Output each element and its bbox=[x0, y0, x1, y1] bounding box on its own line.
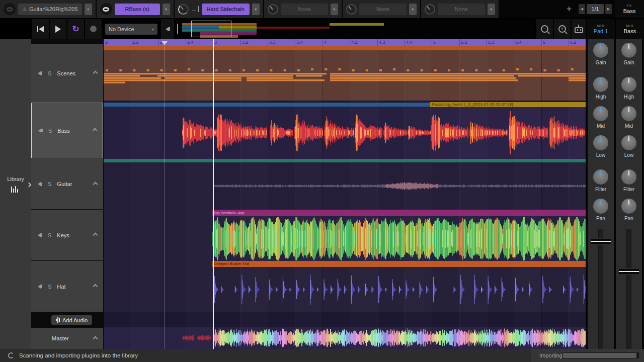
gain-knob[interactable] bbox=[593, 43, 608, 58]
bass-recording-clip-header[interactable]: Recording_Audio 1_3_[2021-07-05-21-37-28… bbox=[430, 102, 586, 107]
high-knob[interactable] bbox=[621, 77, 636, 92]
metronome-speaker-button[interactable] bbox=[161, 19, 174, 39]
solo-button[interactable]: S bbox=[48, 70, 51, 76]
filter-knob[interactable] bbox=[593, 169, 608, 185]
plugin-dropdown-caret[interactable]: ▾ bbox=[163, 4, 170, 15]
bypass-toggle-icon[interactable] bbox=[4, 3, 16, 15]
hat-clip-header[interactable]: Delayed Braker Hat bbox=[212, 261, 586, 267]
mid-knob[interactable] bbox=[593, 106, 608, 121]
sidechain-select[interactable]: Hard Sidechain bbox=[202, 4, 250, 15]
bass-clip-header[interactable] bbox=[104, 103, 430, 107]
skip-to-start-button[interactable] bbox=[32, 19, 49, 39]
import-progress-panel: Importing bbox=[531, 349, 644, 362]
fader-handle[interactable] bbox=[619, 268, 639, 275]
overview-bar bbox=[330, 23, 384, 26]
mute-icon[interactable] bbox=[38, 71, 42, 75]
volume-fader[interactable] bbox=[626, 229, 631, 349]
mute-icon[interactable] bbox=[38, 182, 42, 186]
ruler-tick bbox=[541, 39, 542, 46]
plugin-dropdown-caret[interactable]: ▾ bbox=[85, 4, 92, 15]
ruler-tick bbox=[487, 39, 487, 46]
send-knob[interactable] bbox=[425, 4, 435, 15]
send-dropdown-caret[interactable]: ▾ bbox=[488, 4, 495, 15]
importing-label: Importing bbox=[539, 349, 562, 362]
keys-waveform[interactable] bbox=[212, 216, 586, 261]
track-header-master[interactable]: Master bbox=[31, 328, 103, 349]
library-label: Library bbox=[0, 176, 31, 182]
track-header-guitar[interactable]: S Guitar bbox=[31, 159, 103, 209]
zoom-in-button[interactable]: + bbox=[554, 19, 571, 39]
collapse-chevron-icon[interactable] bbox=[93, 284, 98, 289]
assistant-button[interactable] bbox=[572, 19, 586, 39]
volume-slider[interactable] bbox=[177, 24, 178, 34]
solo-button[interactable]: S bbox=[48, 232, 51, 238]
scenes-midi-pattern[interactable] bbox=[104, 50, 586, 101]
audio-device-select[interactable]: No Device ▾ bbox=[105, 24, 157, 35]
send-select-2[interactable]: None bbox=[359, 4, 407, 15]
play-button[interactable] bbox=[50, 19, 66, 39]
fader-handle[interactable] bbox=[591, 238, 611, 245]
send-dropdown-caret[interactable]: ▾ bbox=[331, 4, 338, 15]
collapse-chevron-icon[interactable] bbox=[93, 71, 98, 76]
sidechain-dropdown-caret[interactable]: ▾ bbox=[252, 4, 260, 15]
gain-knob[interactable] bbox=[621, 43, 636, 58]
mute-icon[interactable] bbox=[38, 129, 43, 133]
plugin-select-2[interactable]: RBass (s) bbox=[115, 4, 160, 15]
solo-button[interactable]: S bbox=[48, 128, 52, 134]
track-name: Master bbox=[52, 335, 69, 341]
mid-knob[interactable] bbox=[621, 106, 636, 121]
guitar-clip-header[interactable] bbox=[104, 159, 586, 162]
track-header-scenes[interactable]: S Scenes bbox=[31, 44, 103, 102]
overview-viewport[interactable] bbox=[191, 21, 231, 37]
hat-waveform[interactable] bbox=[212, 267, 586, 312]
low-knob[interactable] bbox=[621, 135, 636, 150]
filter-knob[interactable] bbox=[621, 169, 636, 185]
bypass-toggle-icon[interactable] bbox=[100, 3, 112, 15]
pan-knob[interactable] bbox=[593, 199, 608, 214]
collapse-chevron-icon[interactable] bbox=[93, 128, 98, 133]
library-sidebar[interactable]: Library bbox=[0, 39, 31, 349]
mix-tab-pad1[interactable]: MIX Pad 1 bbox=[587, 19, 615, 39]
mute-icon[interactable] bbox=[38, 233, 42, 237]
solo-button[interactable]: S bbox=[48, 181, 51, 187]
arrangement-overview[interactable] bbox=[181, 19, 535, 39]
timeline-ruler[interactable]: 22.22.32.433.23.33.444.24.34.455.25.35.4… bbox=[104, 39, 586, 46]
track-header-bass[interactable]: S Bass bbox=[31, 103, 103, 158]
send-knob[interactable] bbox=[346, 4, 357, 15]
add-fx-button[interactable]: + bbox=[562, 0, 576, 18]
ruler-label: 5.2 bbox=[461, 40, 467, 45]
guitar-waveform[interactable] bbox=[212, 162, 586, 210]
record-button[interactable] bbox=[85, 19, 102, 39]
high-knob[interactable] bbox=[593, 77, 608, 92]
send-knob[interactable] bbox=[268, 4, 278, 15]
send-select-3[interactable]: None bbox=[438, 4, 485, 15]
low-knob[interactable] bbox=[593, 135, 608, 150]
collapse-chevron-icon[interactable] bbox=[93, 336, 98, 341]
fx-tab-bass[interactable]: FX Bass bbox=[615, 0, 644, 18]
sidechain-knob[interactable] bbox=[178, 4, 189, 15]
playhead-marker-icon[interactable] bbox=[162, 41, 168, 45]
add-audio-button[interactable]: Add Audio bbox=[51, 315, 92, 325]
plugin-select-1[interactable]: ⚠ Guitar%20Rig%205 bbox=[18, 4, 82, 15]
volume-fader[interactable] bbox=[598, 229, 603, 349]
solo-button[interactable]: S bbox=[48, 284, 51, 290]
pan-knob[interactable] bbox=[621, 199, 636, 214]
pager-prev-icon[interactable]: ◀ bbox=[579, 4, 585, 14]
expand-library-chevron-icon[interactable] bbox=[27, 183, 32, 188]
keys-clip-header[interactable]: Big Bamboo -Arp bbox=[212, 210, 586, 216]
arrangement-area[interactable]: Recording_Audio 1_3_[2021-07-05-21-37-28… bbox=[104, 39, 586, 349]
loop-button[interactable]: ↻ bbox=[67, 19, 84, 39]
collapse-chevron-icon[interactable] bbox=[93, 233, 98, 238]
bass-waveform[interactable] bbox=[104, 107, 586, 159]
scenes-clip-header[interactable] bbox=[104, 46, 586, 50]
pager-next-icon[interactable]: ▶ bbox=[605, 4, 612, 14]
mix-tab-bass[interactable]: MIX Bass bbox=[616, 19, 644, 39]
track-header-keys[interactable]: S Keys bbox=[31, 210, 103, 260]
send-dropdown-caret[interactable]: ▾ bbox=[409, 4, 417, 15]
send-select-1[interactable]: None bbox=[281, 4, 328, 15]
track-header-hat[interactable]: S Hat bbox=[31, 261, 103, 312]
mute-icon[interactable] bbox=[38, 285, 42, 289]
collapse-chevron-icon[interactable] bbox=[93, 182, 98, 187]
knob-label: High bbox=[596, 94, 606, 100]
zoom-out-button[interactable]: − bbox=[536, 19, 553, 39]
